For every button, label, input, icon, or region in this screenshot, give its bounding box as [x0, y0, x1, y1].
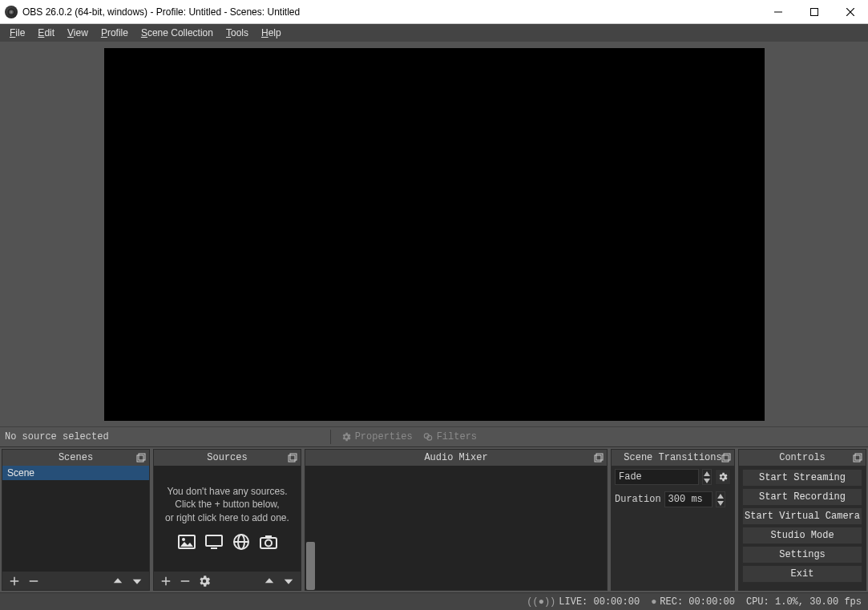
transition-select-spinner[interactable] [702, 469, 712, 485]
start-recording-button[interactable]: Start Recording [742, 488, 862, 506]
maximize-button[interactable] [796, 0, 832, 24]
svg-rect-20 [595, 455, 601, 462]
svg-point-18 [265, 539, 272, 546]
source-add-button[interactable] [157, 573, 175, 589]
menu-edit[interactable]: Edit [31, 26, 61, 40]
sources-empty-line1: You don't have any sources. [168, 485, 288, 498]
menu-tools[interactable]: Tools [220, 26, 255, 40]
scene-item[interactable]: Scene [2, 466, 149, 480]
svg-point-2 [10, 10, 13, 13]
transition-select[interactable]: Fade [615, 469, 699, 485]
filters-button[interactable]: Filters [418, 430, 482, 444]
scenes-toolbar [2, 571, 149, 590]
svg-rect-14 [211, 547, 217, 549]
context-toolbar: No source selected Properties Filters [0, 426, 868, 447]
audio-mixer-popout-icon[interactable] [592, 451, 605, 464]
transition-selected-label: Fade [619, 471, 642, 483]
minimize-button[interactable] [760, 0, 796, 24]
source-remove-button[interactable] [176, 573, 194, 589]
transition-duration-spinner[interactable] [716, 491, 725, 507]
transition-properties-button[interactable] [715, 469, 731, 485]
close-button[interactable] [832, 0, 868, 24]
controls-popout-icon[interactable] [851, 451, 864, 464]
menu-profile[interactable]: Profile [95, 26, 135, 40]
sources-popout-icon[interactable] [286, 451, 299, 464]
status-live: ((●)) LIVE: 00:00:00 [527, 596, 640, 608]
controls-title: Controls [779, 452, 826, 463]
scene-list[interactable]: Scene [2, 466, 149, 571]
scenes-dock: Scenes Scene [2, 449, 150, 591]
menu-scene-collection[interactable]: Scene Collection [135, 26, 220, 40]
start-virtual-camera-button[interactable]: Start Virtual Camera [742, 507, 862, 525]
sources-dock-header[interactable]: Sources [154, 450, 301, 466]
scene-move-up-button[interactable] [109, 573, 127, 589]
menu-file[interactable]: File [3, 26, 31, 40]
titlebar: OBS 26.0.2 (64-bit, windows) - Profile: … [0, 0, 868, 24]
settings-button[interactable]: Settings [742, 546, 862, 564]
scene-add-button[interactable] [6, 573, 23, 589]
audio-mixer-scrollbar[interactable] [305, 542, 315, 590]
broadcast-icon: ((●)) [527, 596, 555, 608]
globe-source-icon [230, 532, 252, 551]
menubar: File Edit View Profile Scene Collection … [0, 24, 868, 42]
svg-rect-7 [137, 455, 143, 462]
scenes-title: Scenes [59, 452, 93, 463]
svg-rect-13 [206, 535, 222, 546]
scenes-dock-header[interactable]: Scenes [2, 450, 149, 466]
svg-rect-22 [722, 455, 729, 462]
sources-toolbar [154, 571, 301, 590]
status-cpu-text: CPU: 1.0%, 30.00 fps [746, 596, 862, 608]
status-live-text: LIVE: 00:00:00 [559, 596, 640, 608]
statusbar: ((●)) LIVE: 00:00:00 ● REC: 00:00:00 CPU… [0, 592, 868, 610]
properties-button[interactable]: Properties [336, 430, 418, 444]
properties-label: Properties [355, 431, 413, 442]
source-move-up-button[interactable] [260, 573, 278, 589]
scene-remove-button[interactable] [25, 573, 42, 589]
sources-empty-placeholder[interactable]: You don't have any sources. Click the + … [154, 466, 301, 571]
svg-rect-8 [139, 454, 145, 460]
exit-button[interactable]: Exit [742, 565, 862, 583]
controls-dock: Controls Start Streaming Start Recording… [738, 449, 866, 591]
transitions-title: Scene Transitions [624, 452, 721, 463]
scene-move-down-button[interactable] [128, 573, 146, 589]
transitions-popout-icon[interactable] [720, 451, 733, 464]
transitions-header[interactable]: Scene Transitions [612, 450, 734, 466]
source-properties-button[interactable] [196, 573, 213, 589]
status-rec-text: REC: 00:00:00 [660, 596, 735, 608]
audio-mixer-dock: Audio Mixer [305, 449, 608, 591]
status-cpu: CPU: 1.0%, 30.00 fps [746, 596, 862, 608]
svg-point-12 [182, 538, 185, 541]
studio-mode-button[interactable]: Studio Mode [742, 527, 862, 544]
svg-rect-10 [290, 454, 297, 460]
window-title: OBS 26.0.2 (64-bit, windows) - Profile: … [22, 6, 760, 18]
display-source-icon [203, 532, 225, 551]
preview-canvas[interactable] [104, 48, 765, 421]
source-move-down-button[interactable] [280, 573, 297, 589]
audio-mixer-header[interactable]: Audio Mixer [305, 450, 607, 466]
svg-rect-4 [810, 8, 818, 15]
sources-dock: Sources You don't have any sources. Clic… [153, 449, 301, 591]
preview-area [0, 42, 868, 426]
svg-rect-3 [774, 11, 782, 12]
scenes-popout-icon[interactable] [135, 451, 147, 464]
svg-rect-19 [265, 535, 272, 538]
menu-help[interactable]: Help [255, 26, 288, 40]
svg-rect-24 [854, 455, 860, 462]
transition-duration-label: Duration [615, 494, 661, 505]
dock-area: Scenes Scene Sources You d [0, 447, 868, 592]
svg-rect-21 [596, 454, 603, 460]
status-rec: ● REC: 00:00:00 [651, 596, 735, 608]
audio-mixer-title: Audio Mixer [424, 452, 487, 463]
toolbar-separator [330, 430, 331, 444]
no-source-selected-label: No source selected [5, 431, 109, 442]
sources-empty-line3: or right click here to add one. [165, 511, 289, 524]
sources-title: Sources [207, 452, 247, 463]
transition-duration-input[interactable] [664, 491, 713, 507]
record-icon: ● [651, 596, 656, 608]
menu-view[interactable]: View [61, 26, 95, 40]
start-streaming-button[interactable]: Start Streaming [742, 469, 862, 487]
camera-source-icon [257, 532, 280, 551]
sources-empty-line2: Click the + button below, [175, 498, 279, 511]
controls-header[interactable]: Controls [739, 450, 866, 466]
audio-mixer-content[interactable] [305, 466, 607, 542]
